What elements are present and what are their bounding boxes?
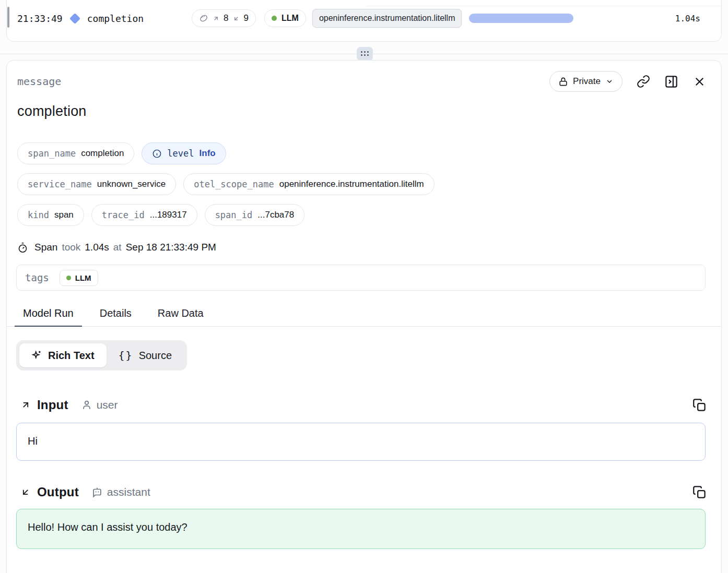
tag-chip-label: LLM	[75, 273, 91, 282]
output-section-header: Output assistant	[20, 484, 707, 500]
privacy-dropdown-button[interactable]: Private	[549, 71, 623, 92]
span-name-badge[interactable]: span_name completion	[17, 142, 134, 164]
row-tag-label: LLM	[281, 14, 299, 23]
input-heading: Input	[37, 398, 68, 412]
duration-text: 1.04s	[675, 14, 700, 23]
copy-icon	[692, 398, 707, 412]
span-type-diamond-icon	[69, 13, 80, 23]
row-divider	[366, 6, 721, 6]
close-panel-button[interactable]	[692, 75, 707, 89]
timing-duration: 1.04s	[85, 242, 109, 253]
badge-row-1: span_name completion level Info	[17, 142, 721, 164]
badge-value: openinference.instrumentation.litellm	[279, 179, 424, 189]
panel-header: message Private	[17, 71, 707, 92]
braces-icon: {}	[119, 349, 133, 362]
expand-panel-button[interactable]	[664, 75, 678, 89]
tab-details[interactable]: Details	[91, 304, 140, 327]
arrow-up-right-icon	[213, 15, 219, 22]
tags-box[interactable]: tags LLM	[16, 265, 706, 291]
span-detail-panel: message Private	[6, 60, 722, 573]
view-mode-rich-text[interactable]: Rich Text	[19, 343, 107, 367]
badge-key: kind	[28, 210, 49, 220]
badge-key: trace_id	[102, 210, 145, 220]
tab-model-run[interactable]: Model Run	[15, 304, 82, 327]
token-icon	[199, 14, 208, 23]
span-id-badge[interactable]: span_id ...7cba78	[205, 204, 305, 226]
arrow-up-right-icon	[20, 400, 31, 410]
span-type-label: message	[17, 75, 61, 88]
input-section-header: Input user	[20, 397, 707, 413]
list-scrollbar-thumb[interactable]	[7, 7, 9, 28]
span-timestamp: 21:33:49	[17, 13, 63, 24]
trace-list-card: 21:33:49 completion 8 9 LLM op	[6, 0, 722, 42]
badge-value: completion	[81, 148, 124, 159]
trace-id-badge[interactable]: trace_id ...189317	[91, 204, 197, 226]
output-content: Hello! How can I assist you today?	[28, 521, 187, 533]
assistant-bot-icon	[91, 486, 103, 498]
badge-key: otel_scope_name	[194, 179, 274, 189]
timing-datetime: Sep 18 21:33:49 PM	[126, 242, 216, 253]
view-mode-label: Source	[139, 350, 172, 362]
copy-link-button[interactable]	[637, 75, 650, 88]
input-content-box: Hi	[16, 423, 706, 461]
panel-right-icon	[664, 75, 678, 89]
copy-input-button[interactable]	[692, 398, 707, 412]
span-timing-line: Span took 1.04s at Sep 18 21:33:49 PM	[17, 242, 721, 253]
arrow-down-left-icon	[233, 15, 240, 22]
view-mode-label: Rich Text	[48, 350, 95, 362]
input-role-label: user	[97, 399, 118, 411]
badge-value: unknown_service	[97, 179, 166, 189]
badge-key: span_name	[28, 148, 76, 159]
output-role: assistant	[91, 486, 150, 498]
user-icon	[81, 399, 92, 411]
level-badge[interactable]: level Info	[142, 142, 226, 164]
badge-row-3: kind span trace_id ...189317 span_id ...…	[17, 204, 721, 226]
timing-took-word: took	[62, 242, 80, 253]
copy-icon	[692, 485, 707, 499]
span-title: completion	[17, 103, 721, 120]
badge-value: span	[54, 210, 74, 220]
tokens-out: 9	[244, 13, 249, 23]
row-tag-badge: LLM	[264, 9, 306, 27]
privacy-label: Private	[573, 76, 601, 87]
service-name-badge[interactable]: service_name unknown_service	[17, 173, 176, 195]
chevron-down-icon	[605, 77, 614, 86]
view-mode-source[interactable]: {} Source	[107, 343, 184, 367]
arrow-down-left-icon	[20, 487, 31, 497]
resize-drag-handle[interactable]	[357, 47, 373, 61]
otel-scope-name-badge[interactable]: otel_scope_name openinference.instrument…	[183, 173, 434, 195]
badge-key: service_name	[28, 179, 92, 189]
badge-key: span_id	[215, 210, 253, 220]
badge-value: Info	[199, 148, 216, 159]
output-heading: Output	[37, 485, 79, 499]
view-mode-toggle: Rich Text {} Source	[16, 340, 187, 371]
timing-span-word: Span	[34, 242, 57, 253]
input-role: user	[81, 399, 118, 411]
duration-bar	[469, 14, 573, 23]
token-count-badge: 8 9	[192, 9, 256, 27]
output-content-box: Hello! How can I assist you today?	[16, 509, 706, 549]
header-actions: Private	[549, 71, 707, 92]
badge-row-2: service_name unknown_service otel_scope_…	[17, 173, 721, 195]
tab-bar: Model Run Details Raw Data	[7, 304, 721, 327]
span-name: completion	[87, 13, 144, 24]
copy-output-button[interactable]	[692, 485, 707, 499]
span-row[interactable]: 21:33:49 completion 8 9 LLM op	[7, 7, 721, 30]
tag-dot-icon	[66, 276, 71, 280]
badge-value: ...189317	[150, 210, 187, 220]
lock-icon	[558, 77, 568, 87]
timing-at-word: at	[113, 242, 122, 253]
tag-dot-icon	[272, 16, 277, 21]
input-content: Hi	[28, 435, 38, 447]
kind-badge[interactable]: kind span	[17, 204, 84, 226]
trace-view: 21:33:49 completion 8 9 LLM op	[0, 0, 728, 573]
link-icon	[637, 75, 650, 88]
otel-scope-badge: openinference.instrumentation.litellm	[312, 9, 462, 28]
close-icon	[692, 75, 707, 89]
tag-chip-llm[interactable]: LLM	[60, 270, 98, 286]
info-icon	[152, 149, 162, 159]
tags-label: tags	[25, 272, 49, 283]
grip-dots-icon	[361, 51, 369, 56]
tab-raw-data[interactable]: Raw Data	[149, 304, 212, 327]
badge-key: level	[167, 148, 194, 159]
